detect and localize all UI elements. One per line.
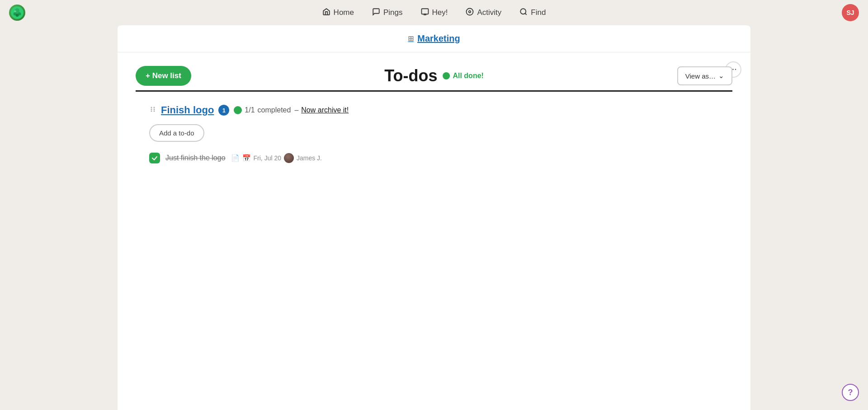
home-icon (322, 8, 330, 18)
nav-activity[interactable]: Activity (466, 8, 501, 18)
archive-label: Now archive it! (301, 106, 349, 114)
project-title: Marketing (417, 33, 460, 44)
completed-dot-icon (234, 106, 242, 114)
chevron-down-icon: ⌄ (718, 72, 724, 80)
find-icon (519, 8, 528, 18)
nav-home-label: Home (334, 8, 354, 17)
todo-item-text: Just finish the logo (165, 154, 226, 162)
table-row: Just finish the logo 📄 📅 Fri, Jul 20 Jam… (149, 149, 719, 167)
project-header: ⊞ Marketing (118, 25, 750, 52)
top-nav: Home Pings Hey! Activity Find SJ (0, 0, 868, 25)
section-divider (136, 90, 732, 92)
todo-list-section: Finish logo 1 1/1 completed – Now archiv… (136, 104, 732, 167)
due-date: Fri, Jul 20 (254, 154, 281, 162)
drag-handle-icon[interactable] (149, 106, 156, 115)
completed-label: completed (258, 106, 291, 114)
view-as-button[interactable]: View as… ⌄ (677, 66, 732, 85)
help-button[interactable]: ? (842, 384, 859, 401)
svg-point-4 (16, 14, 19, 17)
activity-icon (466, 8, 474, 18)
pings-icon (372, 8, 380, 18)
svg-point-15 (154, 110, 155, 112)
new-list-button[interactable]: + New list (136, 66, 191, 86)
svg-point-13 (154, 108, 155, 110)
assignee-name: James J. (297, 154, 322, 162)
calendar-icon: 📅 (242, 154, 251, 162)
nav-home[interactable]: Home (322, 8, 354, 18)
svg-point-5 (14, 10, 16, 12)
svg-point-12 (151, 108, 152, 110)
add-todo-button[interactable]: Add a to-do (149, 124, 204, 142)
nav-find[interactable]: Find (519, 8, 546, 18)
nav-hey[interactable]: Hey! (421, 8, 448, 18)
completed-fraction: 1/1 (245, 106, 255, 114)
archive-separator: – (294, 106, 298, 114)
note-icon: 📄 (231, 154, 240, 162)
nav-activity-label: Activity (477, 8, 501, 17)
green-dot-icon (443, 72, 450, 79)
svg-point-14 (151, 110, 152, 112)
page-title: To-dos (384, 66, 437, 85)
list-title-link[interactable]: Finish logo (161, 104, 214, 116)
svg-point-7 (467, 8, 473, 15)
nav-pings-label: Pings (383, 8, 403, 17)
all-done-label: All done! (453, 72, 483, 80)
archive-link[interactable]: Now archive it! (301, 106, 349, 114)
nav-find-label: Find (531, 8, 546, 17)
content-panel: ··· + New list To-dos All done! View as…… (118, 52, 750, 410)
grid-icon: ⊞ (408, 34, 414, 43)
user-avatar[interactable]: SJ (842, 4, 859, 21)
all-done-badge: All done! (443, 72, 483, 80)
view-as-label: View as… (685, 72, 716, 80)
svg-point-11 (154, 107, 155, 108)
list-count-badge: 1 (218, 105, 229, 116)
help-icon: ? (848, 388, 853, 397)
list-title-row: Finish logo 1 1/1 completed – Now archiv… (149, 104, 719, 116)
app-logo[interactable] (9, 5, 25, 21)
section-header-row: + New list To-dos All done! View as… ⌄ (136, 66, 732, 86)
svg-point-10 (151, 107, 152, 108)
todo-item-meta: 📄 📅 Fri, Jul 20 James J. (231, 153, 322, 163)
completed-status: 1/1 completed – Now archive it! (234, 106, 349, 114)
todo-checkbox[interactable] (149, 153, 160, 163)
project-title-link[interactable]: ⊞ Marketing (408, 33, 460, 44)
main-wrapper: ⊞ Marketing ··· + New list To-dos All do… (118, 25, 750, 410)
nav-pings[interactable]: Pings (372, 8, 403, 18)
svg-point-8 (469, 10, 471, 13)
svg-point-9 (521, 9, 526, 14)
assignee-avatar (284, 153, 294, 163)
svg-rect-6 (421, 9, 428, 14)
nav-hey-label: Hey! (432, 8, 448, 17)
hey-icon (421, 8, 429, 18)
page-title-group: To-dos All done! (384, 66, 484, 85)
